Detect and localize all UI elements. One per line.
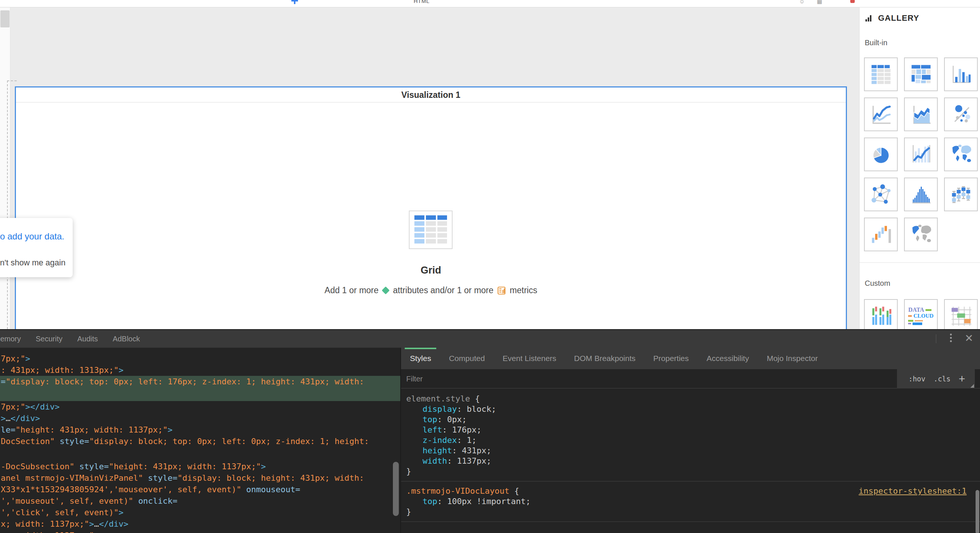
styles-pane: element.style {display: block;top: 0px;l…: [401, 388, 980, 533]
styles-toolbar: :hov .cls +: [897, 369, 975, 388]
sidebar-tab-properties[interactable]: Properties: [644, 348, 698, 369]
section-label-builtin: Built-in: [865, 38, 887, 47]
dom-node-line[interactable]: : 431px; width: 1313px;">: [0, 364, 400, 376]
rule-close-brace: }: [406, 507, 980, 517]
gallery-divider: [859, 263, 980, 263]
dom-node-line[interactable]: px; width: 1137px;">: [0, 530, 400, 533]
visualization-panel[interactable]: Visualization 1 Grid Add 1 or more attri…: [15, 86, 847, 329]
dom-node-line[interactable]: x; width: 1137px;">…</div>: [0, 518, 400, 530]
new-style-rule-button[interactable]: +: [958, 372, 965, 385]
rule-divider: [401, 522, 980, 522]
gallery-item-line-chart[interactable]: [864, 97, 898, 131]
gallery-item-area-chart[interactable]: [904, 97, 938, 131]
gallery-item-combo-chart[interactable]: [904, 137, 938, 171]
css-property[interactable]: display: block;: [423, 404, 980, 414]
elements-tree[interactable]: 7px;">: 431px; width: 1313px;">="display…: [0, 348, 400, 533]
dom-node-line[interactable]: DocSection" style="display: block; top: …: [0, 436, 400, 461]
gallery-item-gantt-chart[interactable]: [944, 299, 978, 329]
geospatial-service-icon: [949, 143, 973, 166]
gallery-item-geospatial-service[interactable]: [944, 137, 978, 171]
gallery-item-histogram[interactable]: [904, 178, 938, 211]
gallery-item-bubble-chart[interactable]: [944, 97, 978, 131]
style-rule-selector[interactable]: element.style {: [406, 394, 980, 404]
toggle-hover-state-button[interactable]: :hov: [908, 375, 926, 383]
custom-tiles: DATA CLOUD: [864, 299, 979, 329]
dom-node-line[interactable]: le="height: 431px; width: 1137px;">: [0, 424, 400, 436]
dom-node-line[interactable]: ','mouseout', self, event)" onclick=: [0, 495, 400, 507]
waterfall-icon: [869, 223, 893, 247]
custom-visualization-icon: [869, 304, 893, 328]
placeholder-title: Grid: [421, 265, 441, 276]
elements-scrollbar-thumb[interactable]: [393, 462, 399, 516]
dom-node-line[interactable]: anel mstrmojo-VIMainVizPanel" style="dis…: [0, 472, 400, 484]
sidebar-tab-accessibility[interactable]: Accessibility: [698, 348, 757, 369]
devtools-tab-audits[interactable]: Audits: [77, 335, 98, 343]
user-icon[interactable]: ☺: [799, 0, 805, 5]
sidebar-tab-dom-breakpoints[interactable]: DOM Breakpoints: [565, 348, 644, 369]
dom-node-line[interactable]: X33*x1*t1532943805924','mouseover', self…: [0, 484, 400, 495]
devtools-menu-icon[interactable]: [950, 334, 952, 342]
sidebar-tab-styles[interactable]: Styles: [401, 348, 440, 369]
gallery-item-data-cloud[interactable]: DATA CLOUD: [904, 299, 938, 329]
left-scrollbar[interactable]: [0, 7, 10, 329]
css-property[interactable]: left: 176px;: [423, 425, 980, 435]
section-label-custom: Custom: [865, 279, 890, 288]
styles-scrollbar-thumb[interactable]: [975, 490, 979, 533]
css-property[interactable]: height: 431px;: [423, 445, 980, 456]
gallery-item-waterfall[interactable]: [864, 218, 898, 251]
sidebar-tab-mojo-inspector[interactable]: Mojo Inspector: [758, 348, 827, 369]
devtools-tab-memory[interactable]: Memory: [0, 335, 21, 343]
styles-filter-input[interactable]: Filter: [406, 369, 851, 388]
sidebar-tab-event-listeners[interactable]: Event Listeners: [494, 348, 565, 369]
grid-placeholder: Grid Add 1 or more attributes and/or 1 o…: [325, 210, 538, 295]
bubble-chart-icon: [949, 103, 973, 126]
gallery-item-bar-chart[interactable]: [944, 57, 978, 91]
dom-node-line[interactable]: ="display: block; top: 0px; left: 176px;…: [0, 376, 400, 401]
apps-grid-icon[interactable]: ▦: [817, 0, 822, 5]
gallery-item-heat-map[interactable]: [904, 57, 938, 91]
metrics-icon: [497, 286, 506, 295]
dom-node-line[interactable]: ','click', self, event)">: [0, 507, 400, 518]
attribute-diamond-icon: [382, 286, 390, 294]
record-icon[interactable]: [850, 0, 855, 3]
css-property[interactable]: width: 1137px;: [423, 456, 980, 466]
gallery-item-box-plot[interactable]: [944, 178, 978, 211]
devtools-tab-adblock[interactable]: AdBlock: [113, 335, 140, 343]
devtools-panel: MemorySecurityAuditsAdBlock ✕ 7px;">: 43…: [0, 329, 980, 533]
rule-close-brace: }: [406, 466, 980, 477]
dom-node-line[interactable]: -DocSubsection" style="height: 431px; wi…: [0, 461, 400, 472]
pie-chart-icon: [869, 143, 893, 166]
dossier-canvas: Visualization 1 Grid Add 1 or more attri…: [0, 7, 980, 329]
stylesheet-source-link[interactable]: inspector-stylesheet:1: [859, 486, 967, 496]
sidebar-tab-computed[interactable]: Computed: [440, 348, 494, 369]
gallery-item-custom-visualization[interactable]: [864, 299, 898, 329]
dom-node-line[interactable]: 7px;">: [0, 353, 400, 364]
dont-show-again-link[interactable]: n't show me again: [0, 258, 65, 267]
top-toolbar: HTML ☺ ▦: [0, 0, 980, 7]
element-classes-button[interactable]: .cls: [934, 375, 951, 383]
hint-middle: attributes and/or 1 or more: [393, 285, 493, 295]
add-data-link[interactable]: o add your data.: [0, 231, 64, 242]
devtools-close-icon[interactable]: ✕: [965, 332, 973, 344]
visualization-title[interactable]: Visualization 1: [16, 88, 846, 103]
style-rule-selector[interactable]: .mstrmojo-VIDocLayout {inspector-stylesh…: [406, 486, 980, 496]
histogram-icon: [909, 183, 933, 207]
dom-node-line[interactable]: 7px;"></div>: [0, 401, 400, 412]
devtools-tab-bar: MemorySecurityAuditsAdBlock ✕: [0, 330, 980, 348]
add-icon[interactable]: [291, 0, 298, 4]
gallery-item-grid[interactable]: [864, 57, 898, 91]
left-scrollbar-thumb[interactable]: [0, 10, 10, 27]
hint-suffix: metrics: [510, 285, 537, 295]
gallery-item-map[interactable]: [904, 218, 938, 251]
devtools-tab-security[interactable]: Security: [36, 335, 62, 343]
css-property[interactable]: top: 100px !important;: [423, 496, 980, 507]
gallery-item-network[interactable]: [864, 178, 898, 211]
area-chart-icon: [909, 103, 933, 126]
elements-sidebar: StylesComputedEvent ListenersDOM Breakpo…: [401, 348, 980, 533]
css-property[interactable]: z-index: 1;: [423, 435, 980, 445]
combo-chart-icon: [909, 143, 933, 166]
section-dashed-border-top: [7, 80, 17, 81]
css-property[interactable]: top: 0px;: [423, 414, 980, 425]
gallery-item-pie-chart[interactable]: [864, 137, 898, 171]
dom-node-line[interactable]: >…</div>: [0, 412, 400, 424]
